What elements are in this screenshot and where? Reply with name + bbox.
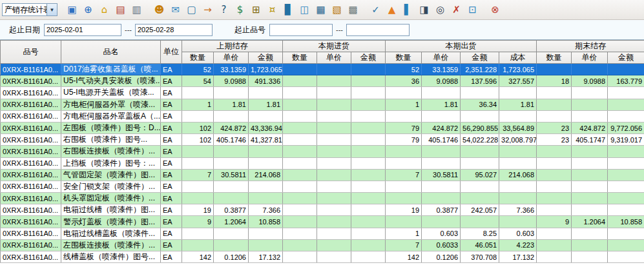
value-cell	[572, 251, 608, 263]
value-cell	[283, 110, 317, 122]
item-no-cell: 0XRX-B1161A0...	[1, 181, 61, 192]
globe-button[interactable]: ⊕	[80, 2, 96, 17]
col-header-sub[interactable]: 单价	[317, 52, 351, 64]
col-header-sub[interactable]: 单价	[422, 52, 461, 64]
col-header-sub[interactable]: 金额	[351, 52, 386, 64]
printer-button[interactable]: ▤	[112, 2, 129, 17]
close-window-button[interactable]: ✗	[448, 2, 464, 17]
table-row[interactable]: 0XRX-B1161A0...电箱过线槽盖板（喷漆件...EA10.6038.2…	[1, 228, 644, 239]
display-button[interactable]: ▣	[64, 2, 80, 17]
coins-button[interactable]: ¤	[264, 2, 280, 17]
value-cell: 1.2064	[214, 216, 249, 228]
window-button[interactable]: ◫	[296, 2, 313, 17]
chevron-down-icon[interactable]: ▼	[47, 4, 57, 15]
toolbar-icon-group: ▣⊕⌂▤▥	[64, 2, 145, 17]
table-row[interactable]: 0XRX-B1161A0...线槽盖板（喷漆件）图号...EA1420.1206…	[1, 251, 644, 263]
col-header-item-name[interactable]: 品名	[61, 41, 161, 64]
cart-button[interactable]: ⊞	[248, 2, 264, 17]
mail-button[interactable]: ✉	[167, 2, 183, 17]
toolbar-icon-group: ⊗	[487, 2, 503, 17]
value-cell	[537, 204, 572, 216]
table-row[interactable]: 0XRX-B1161A0...左围板（喷漆件）图号：D...EA102424.8…	[1, 122, 644, 133]
chart-button[interactable]: ▊	[280, 2, 296, 17]
triangle-button[interactable]: ▲	[384, 2, 400, 17]
value-cell	[572, 146, 608, 157]
table-row[interactable]: 0XRX-B1161A0...左围板连接板（喷漆件）...EA70.603346…	[1, 239, 644, 251]
unit-cell: EA	[161, 239, 182, 251]
col-header-sub[interactable]: 数量	[537, 52, 572, 64]
value-cell	[351, 110, 386, 122]
value-cell: 242.057	[461, 204, 499, 216]
table-row[interactable]: 0XRX-B1161A0...气管固定架（喷漆件）图...EA730.58112…	[1, 169, 644, 181]
table-button[interactable]: ▦	[313, 2, 329, 17]
report-type-select[interactable]: 产销存统计表(含 ▼	[2, 3, 57, 16]
table-row[interactable]: 0XRX-B1161A0...方电柜伺服器外罩盖板A（...EA	[1, 110, 644, 122]
exit-button[interactable]: ⊗	[487, 2, 503, 17]
value-cell	[351, 146, 386, 157]
date-range-separator: ---	[125, 26, 132, 34]
end-item-input[interactable]	[346, 24, 410, 36]
search-button[interactable]: ◎	[432, 2, 448, 17]
end-date-input[interactable]	[135, 24, 213, 36]
item-no-cell: 0XRX-B1161A0...	[1, 122, 61, 133]
table-row[interactable]: 0XRX-B1161A0...右围板连接板（喷漆件）...EA	[1, 146, 644, 157]
value-cell: 2,351.228	[461, 64, 499, 75]
building-button[interactable]: ◨	[416, 2, 432, 17]
value-cell	[283, 75, 317, 87]
building-icon: ◨	[419, 4, 428, 15]
item-name-cell: 左围板连接板（喷漆件）...	[61, 239, 161, 251]
document-button[interactable]: ▢	[183, 2, 200, 17]
value-cell	[317, 216, 351, 228]
value-cell	[283, 228, 317, 239]
item-no-cell: 0XRX-B1161A0...	[1, 169, 61, 181]
close-window-icon: ✗	[452, 4, 461, 15]
users-button[interactable]: ☻	[151, 2, 167, 17]
col-header-sub[interactable]: 单价	[572, 52, 608, 64]
col-header-sub[interactable]: 单价	[214, 52, 249, 64]
table-row[interactable]: 0XRX-B1161A0...电箱过线槽（喷漆件）图...EA190.38777…	[1, 204, 644, 216]
grid-icon: ▩	[348, 4, 357, 15]
bars-button[interactable]: ▌	[400, 2, 416, 17]
col-header-sub[interactable]: 成本	[499, 52, 537, 64]
table-row[interactable]: 0XRX-B1161A0...上挡板（喷漆件）图号：...EA	[1, 157, 644, 169]
col-header-item-no[interactable]: 品号	[1, 41, 61, 64]
col-header-sub[interactable]: 金额	[249, 52, 283, 64]
col-header-sub[interactable]: 数量	[386, 52, 422, 64]
start-date-input[interactable]	[44, 24, 121, 36]
value-cell: 1.2064	[572, 216, 608, 228]
value-cell	[351, 169, 386, 181]
start-item-input[interactable]	[269, 24, 333, 36]
value-cell	[537, 87, 572, 99]
print-preview-button[interactable]: ▥	[129, 2, 145, 17]
unit-cell: EA	[161, 64, 182, 75]
database-button[interactable]: ▧	[329, 2, 345, 17]
col-header-sub[interactable]: 金额	[608, 52, 644, 64]
home-button[interactable]: ⌂	[96, 2, 112, 17]
arrow-right-button[interactable]: →	[200, 2, 216, 17]
table-row[interactable]: 0XRX-B1161A0...方电柜伺服器外罩（喷漆...EA11.811.81…	[1, 99, 644, 110]
value-cell	[351, 99, 386, 110]
table-row[interactable]: 0XRX-B1161A0...警示灯盖板（喷漆件）图...EA91.206410…	[1, 216, 644, 228]
table-row[interactable]: 0XRX-B1161A0...D017油雾收集器盖板（喷...EA5233.13…	[1, 64, 644, 75]
grid-button[interactable]: ▩	[345, 2, 361, 17]
item-no-cell: 0XRX-B1161A0...	[1, 99, 61, 110]
table-row[interactable]: 0XRX-B1161A0...安全门锁支架（喷漆件）...EA	[1, 181, 644, 192]
col-header-sub[interactable]: 金额	[461, 52, 499, 64]
value-cell	[351, 204, 386, 216]
table-row[interactable]: 0XRX-B1161A0...右围板（喷漆件）图号...EA102405.174…	[1, 134, 644, 146]
help-button[interactable]: ?	[216, 2, 232, 17]
value-cell	[572, 228, 608, 239]
copy-button[interactable]: ⊡	[464, 2, 481, 17]
value-cell	[608, 169, 644, 181]
col-header-unit[interactable]: 单位	[161, 41, 182, 64]
table-row[interactable]: 0XRX-B1161A0...U5-I气动夹具安装板（喷漆...EA549.09…	[1, 75, 644, 87]
item-name-cell: 安全门锁支架（喷漆件）...	[61, 181, 161, 192]
value-cell: 1	[182, 99, 214, 110]
value-cell	[608, 239, 644, 251]
check-button[interactable]: ✓	[368, 2, 384, 17]
table-row[interactable]: 0XRX-B1161A0...机头罩固定板（喷漆件）...EA	[1, 193, 644, 204]
table-row[interactable]: 0XRX-B1161A0...U5-I电源开关盖板（喷漆...EA	[1, 87, 644, 99]
col-header-sub[interactable]: 数量	[182, 52, 214, 64]
dollar-button[interactable]: $	[232, 2, 248, 17]
col-header-sub[interactable]: 数量	[283, 52, 317, 64]
